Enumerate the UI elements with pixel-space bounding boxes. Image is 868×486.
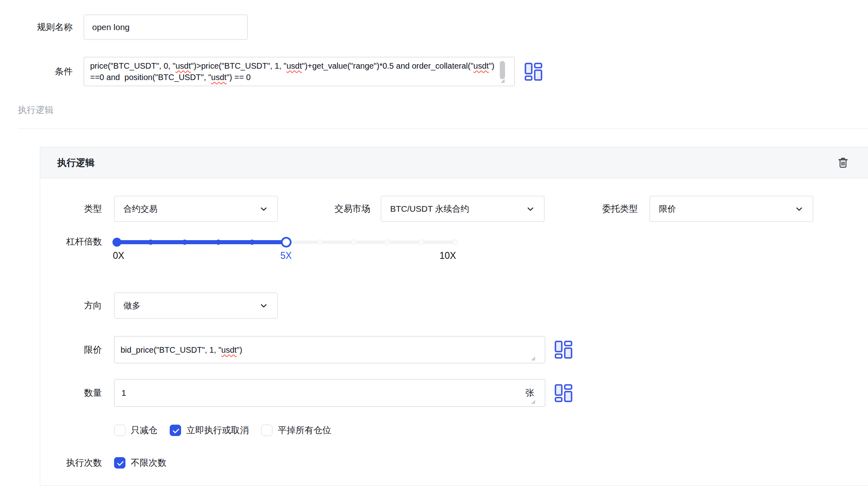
leverage-step-2 (182, 240, 187, 245)
leverage-current-label: 5X (280, 250, 291, 261)
card-header: 执行逻辑 (40, 147, 868, 178)
visual-editor-icon[interactable] (554, 383, 574, 403)
rule-name-row: 规则名称 (0, 15, 868, 40)
limit-price-row: 限价 bid_price("BTC_USDT", 1, "usdt") (40, 336, 868, 363)
chevron-down-icon (259, 204, 268, 214)
trash-icon (837, 156, 849, 169)
resize-handle-icon[interactable] (500, 78, 505, 84)
leverage-step-9 (419, 239, 424, 245)
direction-select-value: 做多 (123, 300, 140, 311)
execution-logic-card: 执行逻辑 类型 合约交易 交易市场 BTC/USDT 永续合约 委托类型 (40, 147, 868, 486)
chevron-down-icon (259, 301, 268, 310)
type-label: 类型 (40, 196, 102, 222)
leverage-step-0 (112, 238, 121, 247)
selects-row: 类型 合约交易 交易市场 BTC/USDT 永续合约 委托类型 限价 (40, 196, 868, 222)
leverage-step-8 (384, 239, 390, 245)
checkbox[interactable] (170, 425, 181, 436)
market-select-value: BTC/USDT 永续合约 (390, 203, 469, 215)
leverage-max-label: 10X (440, 250, 456, 261)
limit-price-input[interactable]: bid_price("BTC_USDT", 1, "usdt") (114, 336, 545, 363)
type-select-value: 合约交易 (123, 203, 158, 215)
option-label: 只减仓 (131, 424, 158, 436)
chevron-down-icon (526, 204, 535, 214)
limit-price-label: 限价 (40, 344, 102, 356)
rule-name-label: 规则名称 (0, 15, 73, 40)
type-select[interactable]: 合约交易 (114, 196, 278, 222)
leverage-fill (117, 240, 286, 244)
quantity-input[interactable]: 1 张 (114, 379, 545, 407)
visual-editor-icon[interactable] (554, 340, 574, 360)
order-options-row: 只减仓 立即执行或取消 平掉所有仓位 (114, 424, 868, 436)
option-unlimited-times[interactable]: 不限次数 (114, 457, 166, 469)
leverage-step-4 (250, 240, 255, 245)
quantity-row: 数量 1 张 (40, 379, 868, 407)
order-type-select[interactable]: 限价 (650, 196, 813, 222)
option-label: 不限次数 (131, 457, 166, 469)
checkbox[interactable] (261, 425, 272, 436)
option-ioc[interactable]: 立即执行或取消 (170, 424, 249, 436)
leverage-step-6 (317, 239, 323, 245)
quantity-value: 1 (121, 388, 126, 397)
leverage-label: 杠杆倍数 (40, 236, 102, 248)
leverage-step-3 (216, 240, 221, 245)
option-reduce-only[interactable]: 只减仓 (114, 424, 158, 436)
chevron-down-icon (795, 204, 804, 214)
resize-handle-icon[interactable] (531, 356, 536, 361)
quantity-unit: 张 (525, 387, 534, 399)
condition-expression-input[interactable]: price("BTC_USDT", 0, "usdt")>price("BTC_… (84, 57, 515, 86)
leverage-scale: 0X 5X 10X (117, 250, 455, 263)
condition-scrollbar[interactable] (500, 61, 505, 79)
leverage-min-label: 0X (113, 250, 124, 261)
direction-select[interactable]: 做多 (114, 293, 278, 319)
order-type-select-value: 限价 (659, 203, 676, 215)
leverage-step-1 (148, 240, 153, 245)
exec-count-label: 执行次数 (40, 457, 102, 469)
section-label: 执行逻辑 (18, 104, 868, 116)
option-close-all[interactable]: 平掉所有仓位 (261, 424, 331, 436)
market-select[interactable]: BTC/USDT 永续合约 (381, 196, 544, 222)
visual-editor-icon[interactable] (524, 62, 544, 82)
condition-row: 条件 price("BTC_USDT", 0, "usdt")>price("B… (0, 57, 868, 86)
option-label: 立即执行或取消 (186, 424, 249, 436)
option-label: 平掉所有仓位 (278, 424, 331, 436)
checkbox[interactable] (114, 457, 125, 469)
card-title: 执行逻辑 (57, 156, 95, 169)
card-body: 类型 合约交易 交易市场 BTC/USDT 永续合约 委托类型 限价 杠杆倍数 (40, 178, 868, 485)
rule-form: 规则名称 条件 price("BTC_USDT", 0, "usdt")>pri… (0, 0, 868, 86)
leverage-step-7 (351, 239, 356, 245)
leverage-row: 杠杆倍数 0X 5X 10X (40, 228, 868, 269)
condition-label: 条件 (0, 65, 73, 78)
checkbox[interactable] (114, 425, 125, 436)
market-label: 交易市场 (335, 196, 370, 222)
resize-handle-icon[interactable] (531, 399, 536, 405)
direction-label: 方向 (40, 299, 102, 312)
order-type-label: 委托类型 (602, 196, 638, 222)
delete-card-button[interactable] (837, 156, 849, 169)
quantity-label: 数量 (40, 387, 102, 399)
exec-count-row: 执行次数 不限次数 (40, 457, 868, 469)
section-divider (18, 128, 868, 129)
leverage-slider[interactable] (117, 236, 455, 248)
leverage-handle[interactable] (281, 237, 291, 247)
rule-name-input[interactable] (84, 15, 248, 40)
leverage-step-10 (452, 239, 458, 245)
direction-row: 方向 做多 (40, 293, 868, 319)
